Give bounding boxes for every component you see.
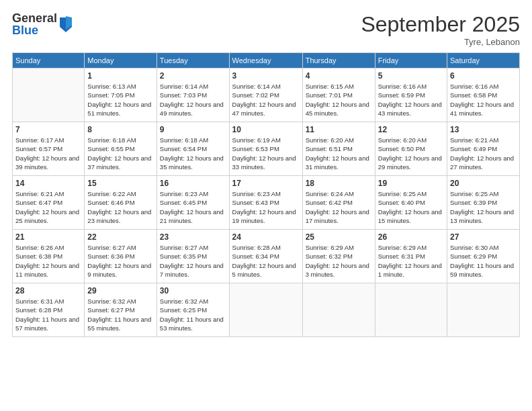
table-row: 20Sunrise: 6:25 AMSunset: 6:39 PMDayligh… (447, 176, 520, 230)
logo: General Blue (12, 12, 73, 36)
day-number: 22 (87, 232, 154, 242)
day-info: Sunrise: 6:26 AMSunset: 6:38 PMDaylight:… (15, 243, 81, 279)
logo-general: General (12, 12, 57, 24)
day-number: 26 (378, 232, 444, 242)
calendar-week-row: 1Sunrise: 6:13 AMSunset: 7:05 PMDaylight… (13, 68, 520, 122)
table-row: 21Sunrise: 6:26 AMSunset: 6:38 PMDayligh… (13, 230, 85, 283)
day-number: 12 (378, 125, 444, 134)
table-row (302, 283, 375, 337)
day-info: Sunrise: 6:30 AMSunset: 6:29 PMDaylight:… (450, 243, 517, 279)
logo-blue: Blue (12, 24, 57, 36)
day-number: 15 (87, 179, 154, 188)
day-number: 6 (450, 71, 517, 81)
day-info: Sunrise: 6:27 AMSunset: 6:36 PMDaylight:… (87, 243, 154, 279)
day-info: Sunrise: 6:32 AMSunset: 6:27 PMDaylight:… (87, 297, 154, 332)
day-number: 19 (378, 179, 444, 188)
subtitle: Tyre, Lebanon (361, 37, 520, 47)
header: General Blue September 2025 Tyre, Lebano… (12, 12, 520, 47)
table-row: 5Sunrise: 6:16 AMSunset: 6:59 PMDaylight… (375, 68, 447, 122)
day-info: Sunrise: 6:31 AMSunset: 6:28 PMDaylight:… (15, 297, 81, 332)
day-number: 11 (306, 125, 372, 134)
table-row: 29Sunrise: 6:32 AMSunset: 6:27 PMDayligh… (85, 283, 157, 337)
calendar-week-row: 14Sunrise: 6:21 AMSunset: 6:47 PMDayligh… (13, 176, 520, 230)
table-row: 19Sunrise: 6:25 AMSunset: 6:40 PMDayligh… (375, 176, 447, 230)
day-number: 23 (160, 232, 226, 242)
col-monday: Monday (85, 53, 157, 68)
day-number: 28 (15, 286, 81, 295)
day-number: 1 (87, 71, 154, 81)
day-info: Sunrise: 6:14 AMSunset: 7:02 PMDaylight:… (232, 82, 300, 118)
table-row (375, 283, 447, 337)
calendar-week-row: 21Sunrise: 6:26 AMSunset: 6:38 PMDayligh… (13, 230, 520, 283)
day-info: Sunrise: 6:25 AMSunset: 6:40 PMDaylight:… (378, 189, 444, 225)
calendar-week-row: 7Sunrise: 6:17 AMSunset: 6:57 PMDaylight… (13, 122, 520, 176)
day-info: Sunrise: 6:24 AMSunset: 6:42 PMDaylight:… (306, 189, 372, 225)
day-number: 9 (160, 125, 226, 134)
day-info: Sunrise: 6:18 AMSunset: 6:55 PMDaylight:… (87, 136, 154, 171)
day-number: 13 (450, 125, 517, 134)
day-info: Sunrise: 6:17 AMSunset: 6:57 PMDaylight:… (15, 136, 81, 171)
day-number: 20 (450, 179, 517, 188)
day-number: 21 (15, 232, 81, 242)
day-number: 5 (378, 71, 444, 81)
col-thursday: Thursday (302, 53, 375, 68)
table-row: 17Sunrise: 6:23 AMSunset: 6:43 PMDayligh… (229, 176, 302, 230)
title-block: September 2025 Tyre, Lebanon (361, 12, 520, 47)
day-number: 14 (15, 179, 81, 188)
day-info: Sunrise: 6:21 AMSunset: 6:49 PMDaylight:… (450, 136, 517, 171)
day-info: Sunrise: 6:29 AMSunset: 6:32 PMDaylight:… (306, 243, 372, 279)
day-info: Sunrise: 6:14 AMSunset: 7:03 PMDaylight:… (160, 82, 226, 118)
table-row: 26Sunrise: 6:29 AMSunset: 6:31 PMDayligh… (375, 230, 447, 283)
day-info: Sunrise: 6:27 AMSunset: 6:35 PMDaylight:… (160, 243, 226, 279)
day-info: Sunrise: 6:18 AMSunset: 6:54 PMDaylight:… (160, 136, 226, 171)
day-info: Sunrise: 6:29 AMSunset: 6:31 PMDaylight:… (378, 243, 444, 279)
table-row: 18Sunrise: 6:24 AMSunset: 6:42 PMDayligh… (302, 176, 375, 230)
table-row: 12Sunrise: 6:20 AMSunset: 6:50 PMDayligh… (375, 122, 447, 176)
calendar-header-row: Sunday Monday Tuesday Wednesday Thursday… (13, 53, 520, 68)
day-info: Sunrise: 6:22 AMSunset: 6:46 PMDaylight:… (87, 189, 154, 225)
table-row: 14Sunrise: 6:21 AMSunset: 6:47 PMDayligh… (13, 176, 85, 230)
day-info: Sunrise: 6:16 AMSunset: 6:58 PMDaylight:… (450, 82, 517, 118)
table-row: 10Sunrise: 6:19 AMSunset: 6:53 PMDayligh… (229, 122, 302, 176)
page: General Blue September 2025 Tyre, Lebano… (0, 0, 532, 411)
table-row: 27Sunrise: 6:30 AMSunset: 6:29 PMDayligh… (447, 230, 520, 283)
table-row: 23Sunrise: 6:27 AMSunset: 6:35 PMDayligh… (157, 230, 229, 283)
day-info: Sunrise: 6:16 AMSunset: 6:59 PMDaylight:… (378, 82, 444, 118)
day-number: 30 (160, 286, 226, 295)
table-row: 25Sunrise: 6:29 AMSunset: 6:32 PMDayligh… (302, 230, 375, 283)
table-row: 2Sunrise: 6:14 AMSunset: 7:03 PMDaylight… (157, 68, 229, 122)
day-number: 24 (232, 232, 300, 242)
col-wednesday: Wednesday (229, 53, 302, 68)
day-number: 3 (232, 71, 300, 81)
day-info: Sunrise: 6:32 AMSunset: 6:25 PMDaylight:… (160, 297, 226, 332)
col-sunday: Sunday (13, 53, 85, 68)
day-number: 29 (87, 286, 154, 295)
table-row: 1Sunrise: 6:13 AMSunset: 7:05 PMDaylight… (85, 68, 157, 122)
day-info: Sunrise: 6:28 AMSunset: 6:34 PMDaylight:… (232, 243, 300, 279)
calendar: Sunday Monday Tuesday Wednesday Thursday… (12, 52, 520, 337)
col-saturday: Saturday (447, 53, 520, 68)
table-row: 30Sunrise: 6:32 AMSunset: 6:25 PMDayligh… (157, 283, 229, 337)
day-number: 25 (306, 232, 372, 242)
table-row: 22Sunrise: 6:27 AMSunset: 6:36 PMDayligh… (85, 230, 157, 283)
month-title: September 2025 (361, 12, 520, 37)
day-number: 8 (87, 125, 154, 134)
day-number: 17 (232, 179, 300, 188)
table-row: 13Sunrise: 6:21 AMSunset: 6:49 PMDayligh… (447, 122, 520, 176)
table-row: 3Sunrise: 6:14 AMSunset: 7:02 PMDaylight… (229, 68, 302, 122)
calendar-week-row: 28Sunrise: 6:31 AMSunset: 6:28 PMDayligh… (13, 283, 520, 337)
table-row (447, 283, 520, 337)
table-row: 24Sunrise: 6:28 AMSunset: 6:34 PMDayligh… (229, 230, 302, 283)
table-row (229, 283, 302, 337)
table-row: 8Sunrise: 6:18 AMSunset: 6:55 PMDaylight… (85, 122, 157, 176)
day-info: Sunrise: 6:21 AMSunset: 6:47 PMDaylight:… (15, 189, 81, 225)
day-number: 27 (450, 232, 517, 242)
table-row: 7Sunrise: 6:17 AMSunset: 6:57 PMDaylight… (13, 122, 85, 176)
table-row: 11Sunrise: 6:20 AMSunset: 6:51 PMDayligh… (302, 122, 375, 176)
table-row (13, 68, 85, 122)
day-number: 16 (160, 179, 226, 188)
logo-icon (58, 15, 73, 34)
day-info: Sunrise: 6:13 AMSunset: 7:05 PMDaylight:… (87, 82, 154, 118)
table-row: 15Sunrise: 6:22 AMSunset: 6:46 PMDayligh… (85, 176, 157, 230)
day-number: 4 (306, 71, 372, 81)
